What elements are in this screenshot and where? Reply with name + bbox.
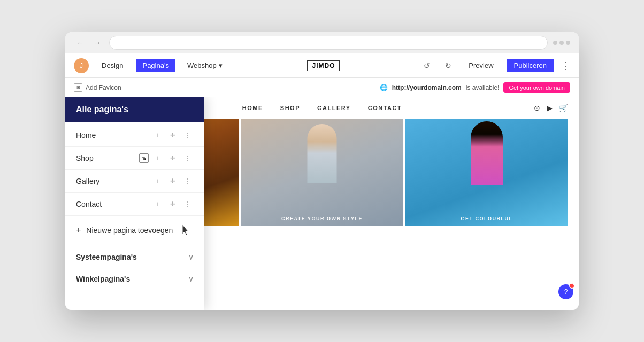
chevron-down-icon: ▾: [219, 61, 223, 69]
shop-badge-icon: 🛍: [139, 153, 149, 163]
preview-button[interactable]: Preview: [462, 59, 500, 72]
pages-button[interactable]: Pagina's: [136, 59, 175, 72]
chevron-down-icon: ∨: [188, 275, 194, 283]
nav-item-home[interactable]: HOME: [242, 105, 263, 111]
instagram-icon[interactable]: ⊙: [534, 104, 540, 112]
shop-pages-title: Winkelpagina's: [76, 275, 130, 283]
move-icon[interactable]: ✛: [167, 175, 179, 187]
help-button[interactable]: ?: [558, 284, 573, 299]
website-area: HOME SHOP GALLERY CONTACT ⊙ ▶ 🛒 ER COLLE…: [65, 97, 579, 310]
undo-button[interactable]: ↺: [419, 58, 434, 73]
help-icon: ?: [564, 288, 568, 296]
page-item-gallery[interactable]: Gallery + ✛ ⋮: [65, 170, 204, 193]
page-panel: Alle pagina's Home + ✛ ⋮ Shop 🛍 +: [65, 97, 204, 310]
browser-nav: ← →: [74, 36, 104, 49]
add-favicon-button[interactable]: ⊞ Add Favicon: [74, 83, 121, 92]
favicon-icon: ⊞: [74, 83, 82, 92]
more-icon[interactable]: ⋮: [182, 175, 194, 187]
back-button[interactable]: ←: [74, 36, 87, 49]
image-label-2: CREATE YOUR OWN STYLE: [241, 216, 403, 221]
page-actions-home: + ✛ ⋮: [152, 129, 194, 141]
domain-bar: 🌐 http://yourdomain.com is available! Ge…: [380, 82, 570, 93]
plus-icon: +: [76, 226, 81, 235]
cart-icon[interactable]: 🛒: [559, 104, 568, 112]
add-subpage-icon[interactable]: +: [152, 129, 164, 141]
page-name-shop: Shop: [76, 154, 136, 162]
nav-item-shop[interactable]: SHOP: [280, 105, 300, 111]
add-page-label: Nieuwe pagina toevoegen: [86, 226, 173, 235]
add-page-row[interactable]: + Nieuwe pagina toevoegen: [65, 216, 204, 245]
move-icon[interactable]: ✛: [167, 198, 179, 210]
webshop-button[interactable]: Webshop ▾: [182, 59, 228, 72]
editor-toolbar: J Design Pagina's Webshop ▾ JIMDO ↺ ↻ Pr…: [65, 53, 579, 78]
youtube-icon[interactable]: ▶: [547, 104, 553, 112]
image-card-3: GET COLOURFUL: [405, 119, 568, 226]
browser-window: ← → J Design Pagina's Webshop ▾ JIMDO ↺ …: [65, 32, 579, 310]
redo-button[interactable]: ↻: [441, 58, 456, 73]
nav-icons: ⊙ ▶ 🛒: [534, 104, 568, 112]
page-item-home[interactable]: Home + ✛ ⋮: [65, 124, 204, 147]
page-name-gallery: Gallery: [76, 177, 149, 185]
more-options-button[interactable]: ⋮: [561, 60, 570, 72]
cursor-icon: [180, 223, 191, 237]
globe-icon: 🌐: [380, 84, 388, 91]
page-actions-contact: + ✛ ⋮: [152, 198, 194, 210]
page-name-home: Home: [76, 131, 149, 139]
more-icon[interactable]: ⋮: [182, 129, 194, 141]
shop-pages-section[interactable]: Winkelpagina's ∨: [65, 267, 204, 289]
page-item-contact[interactable]: Contact + ✛ ⋮: [65, 193, 204, 216]
image-card-2: CREATE YOUR OWN STYLE: [241, 119, 403, 226]
browser-dot: [553, 41, 557, 45]
move-icon[interactable]: ✛: [167, 129, 179, 141]
jimdo-logo: JIMDO: [307, 60, 340, 71]
browser-dot: [559, 41, 564, 45]
add-subpage-icon[interactable]: +: [152, 175, 164, 187]
favicon-bar: ⊞ Add Favicon 🌐 http://yourdomain.com is…: [65, 78, 579, 97]
browser-dots: [553, 41, 570, 45]
more-icon[interactable]: ⋮: [182, 152, 194, 164]
panel-body: Home + ✛ ⋮ Shop 🛍 + ✛ ⋮: [65, 122, 204, 310]
page-item-shop[interactable]: Shop 🛍 + ✛ ⋮: [65, 147, 204, 170]
page-actions-shop: 🛍 + ✛ ⋮: [139, 152, 194, 164]
address-bar[interactable]: [109, 36, 548, 50]
page-name-contact: Contact: [76, 200, 149, 208]
domain-available-text: is available!: [466, 84, 500, 91]
browser-chrome: ← →: [65, 32, 579, 53]
notification-badge: [569, 283, 574, 289]
move-icon[interactable]: ✛: [167, 152, 179, 164]
image-label-3: GET COLOURFUL: [405, 216, 568, 221]
panel-header: Alle pagina's: [65, 97, 204, 122]
more-icon[interactable]: ⋮: [182, 198, 194, 210]
nav-item-gallery[interactable]: GALLERY: [317, 105, 351, 111]
add-subpage-icon[interactable]: +: [152, 152, 164, 164]
page-actions-gallery: + ✛ ⋮: [152, 175, 194, 187]
avatar: J: [74, 58, 89, 73]
chevron-down-icon: ∨: [188, 253, 194, 261]
add-subpage-icon[interactable]: +: [152, 198, 164, 210]
get-domain-button[interactable]: Get your own domain: [503, 82, 570, 93]
forward-button[interactable]: →: [91, 36, 104, 49]
nav-item-contact[interactable]: CONTACT: [368, 105, 402, 111]
system-pages-title: Systeempagina's: [76, 253, 137, 261]
browser-dot: [566, 41, 570, 45]
domain-text: http://yourdomain.com: [392, 84, 462, 91]
system-pages-section[interactable]: Systeempagina's ∨: [65, 245, 204, 267]
publish-button[interactable]: Publiceren: [507, 59, 554, 72]
design-button[interactable]: Design: [95, 59, 129, 72]
